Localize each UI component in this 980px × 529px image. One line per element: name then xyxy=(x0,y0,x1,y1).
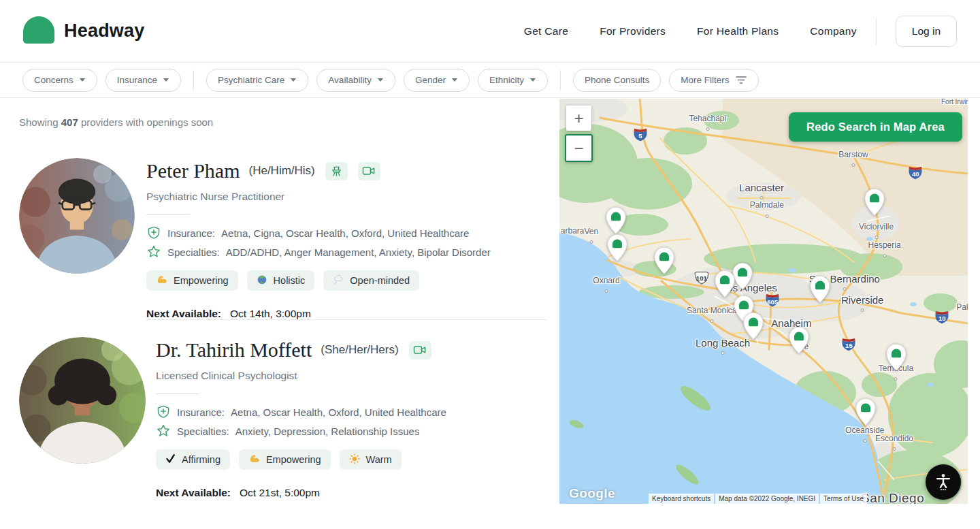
map-canvas xyxy=(559,99,968,504)
nav-link-company[interactable]: Company xyxy=(810,25,856,37)
next-available-value: Oct 14th, 3:00pm xyxy=(230,308,311,319)
provider-card[interactable]: Peter Pham(He/Him/His)Psychiatric Nurse … xyxy=(19,158,546,320)
terms-link[interactable]: Terms of Use xyxy=(820,494,867,504)
video-icon xyxy=(409,341,431,359)
filter-pill-insurance[interactable]: Insurance xyxy=(105,69,181,92)
title-divider xyxy=(146,214,190,215)
insurance-row-value: Aetna, Oscar Health, Oxford, United Heal… xyxy=(231,406,446,418)
map-pin[interactable] xyxy=(809,275,831,304)
nav-links: Get CareFor ProvidersFor Health PlansCom… xyxy=(524,25,857,37)
globe-icon xyxy=(257,274,267,287)
specialties-row: Specialties:Anxiety, Depression, Relatio… xyxy=(156,423,446,438)
filter-group-divider xyxy=(193,70,194,91)
filter-pill-phone-consults[interactable]: Phone Consults xyxy=(573,69,661,92)
provider-title: Licensed Clinical Psychologist xyxy=(156,370,446,382)
sun-icon xyxy=(349,453,360,466)
filter-pill-psychiatric-care[interactable]: Psychiatric Care xyxy=(206,69,308,92)
star-icon xyxy=(156,423,171,438)
trait-label: Open-minded xyxy=(350,275,410,286)
filter-lines-icon xyxy=(735,75,747,85)
muscle-icon xyxy=(248,453,260,466)
specialties-row-value: Anxiety, Depression, Relationship Issues xyxy=(235,426,420,437)
provider-title: Psychiatric Nurse Practitioner xyxy=(146,191,491,203)
provider-pronouns: (He/Him/His) xyxy=(248,164,314,178)
results-count: 407 xyxy=(61,116,78,128)
headway-logo[interactable]: Headway xyxy=(23,16,144,46)
trait-pill-open-minded: Open-minded xyxy=(323,270,419,291)
title-divider xyxy=(156,394,199,394)
filter-pill-label: Psychiatric Care xyxy=(218,75,284,85)
filter-pill-concerns[interactable]: Concerns xyxy=(22,69,97,92)
trait-label: Empowering xyxy=(266,454,321,465)
map-pin[interactable] xyxy=(653,246,675,275)
provider-card-body: Peter Pham(He/Him/His)Psychiatric Nurse … xyxy=(146,158,491,320)
specialties-row-label: Specialties: xyxy=(177,426,229,437)
next-available-row: Next Available:Oct 21st, 5:00pm xyxy=(156,487,446,499)
chevron-down-icon xyxy=(377,78,384,82)
filter-pill-ethnicity[interactable]: Ethnicity xyxy=(478,69,548,92)
map-pin[interactable] xyxy=(885,342,907,371)
filter-group-divider xyxy=(560,70,561,91)
trait-pill-warm: Warm xyxy=(340,449,402,470)
insurance-row: Insurance:Aetna, Cigna, Oscar Health, Ox… xyxy=(146,225,491,240)
map-pin[interactable] xyxy=(864,188,885,217)
filter-bar: ConcernsInsurancePsychiatric CareAvailab… xyxy=(0,63,980,98)
chevron-down-icon xyxy=(290,78,297,82)
specialties-row: Specialties:ADD/ADHD, Anger Management, … xyxy=(146,244,491,259)
nav-link-get-care[interactable]: Get Care xyxy=(524,25,568,37)
accessibility-icon xyxy=(934,472,953,493)
trait-pill-empowering: Empowering xyxy=(146,270,238,291)
chevron-down-icon xyxy=(529,78,536,82)
muscle-icon xyxy=(156,274,167,287)
trait-pills: EmpoweringHolisticOpen-minded xyxy=(146,270,491,291)
map-panel[interactable]: Fort IrwinTehachapiBarstowLancasterPalmd… xyxy=(559,99,968,504)
next-available-label: Next Available: xyxy=(146,308,221,319)
filter-pill-gender[interactable]: Gender xyxy=(404,69,470,92)
provider-pronouns: (She/Her/Hers) xyxy=(321,343,398,357)
trait-pill-holistic: Holistic xyxy=(247,270,315,291)
zoom-in-button[interactable]: + xyxy=(566,106,591,131)
specialties-row-value: ADD/ADHD, Anger Management, Anxiety, Bip… xyxy=(226,246,491,258)
next-available-label: Next Available: xyxy=(156,487,231,498)
brand-name: Headway xyxy=(64,20,144,42)
provider-card[interactable]: Dr. Tahirih Moffett(She/Her/Hers)License… xyxy=(19,337,546,499)
results-summary: Showing 407 providers with openings soon xyxy=(19,116,213,128)
nav-link-for-providers[interactable]: For Providers xyxy=(600,25,666,37)
nav-link-for-health-plans[interactable]: For Health Plans xyxy=(697,25,779,37)
provider-photo[interactable] xyxy=(19,337,146,464)
card-divider xyxy=(146,319,547,320)
filter-pill-label: Gender xyxy=(415,75,446,85)
trait-pills: AffirmingEmpoweringWarm xyxy=(156,449,446,470)
provider-photo[interactable] xyxy=(19,158,135,274)
login-button[interactable]: Log in xyxy=(896,16,957,47)
google-logo[interactable]: Google xyxy=(569,486,615,501)
map-pin[interactable] xyxy=(605,206,627,234)
shield-plus-icon xyxy=(156,404,171,419)
provider-name[interactable]: Peter Pham xyxy=(146,159,240,182)
check-icon xyxy=(165,453,176,466)
map-pin[interactable] xyxy=(788,326,810,355)
provider-name[interactable]: Dr. Tahirih Moffett xyxy=(156,338,312,362)
filter-pill-label: Concerns xyxy=(34,75,74,85)
keyboard-shortcuts-link[interactable]: Keyboard shortcuts xyxy=(649,494,714,504)
redo-search-button[interactable]: Redo Search in Map Area xyxy=(789,112,962,142)
map-pin[interactable] xyxy=(606,234,628,262)
filter-pill-label: Insurance xyxy=(117,75,157,85)
map-pin[interactable] xyxy=(742,312,764,340)
filter-pill-availability[interactable]: Availability xyxy=(316,69,395,92)
map-pin[interactable] xyxy=(714,270,736,298)
filter-pill-label: Availability xyxy=(328,75,372,85)
accessibility-button[interactable] xyxy=(926,464,961,500)
video-icon xyxy=(358,162,380,180)
map-zoom-controls: + − xyxy=(566,106,593,162)
map-pin[interactable] xyxy=(855,398,877,426)
zoom-out-button[interactable]: − xyxy=(565,134,593,162)
insurance-row: Insurance:Aetna, Oscar Health, Oxford, U… xyxy=(156,404,446,419)
chevron-down-icon xyxy=(79,78,86,82)
headway-search-page: Headway Get CareFor ProvidersFor Health … xyxy=(0,0,980,529)
insurance-row-value: Aetna, Cigna, Oscar Health, Oxford, Unit… xyxy=(221,227,469,239)
shield-plus-icon xyxy=(146,225,161,240)
filter-pill-more-filters[interactable]: More Filters xyxy=(669,69,758,92)
next-available-row: Next Available:Oct 14th, 3:00pm xyxy=(146,308,491,320)
thought-bubble-icon xyxy=(333,274,344,287)
